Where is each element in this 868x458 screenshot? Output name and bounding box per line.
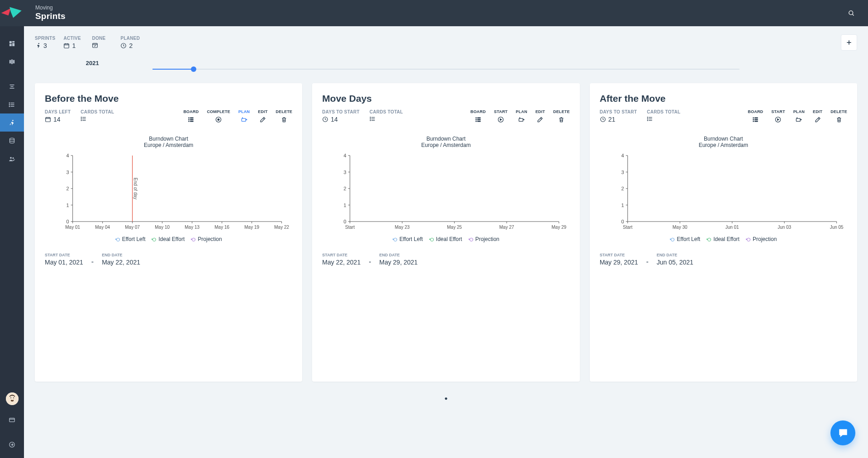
card-action-complete[interactable]: COMPLETE <box>207 109 230 123</box>
svg-point-18 <box>12 120 14 121</box>
card-action-delete[interactable]: DELETE <box>830 109 847 123</box>
card-action-board[interactable]: BOARD <box>748 109 763 123</box>
sprint-card: Before the Move DAYS LEFT 14 CARDS TOTAL… <box>35 83 302 382</box>
svg-rect-134 <box>753 119 754 120</box>
chart-legend: Effort Left Ideal Effort Projection <box>600 236 847 242</box>
svg-rect-40 <box>46 118 51 122</box>
sidebar <box>0 26 24 458</box>
svg-text:May 07: May 07 <box>125 225 140 230</box>
breadcrumb-parent[interactable]: Moving <box>35 5 844 10</box>
svg-point-95 <box>370 120 370 121</box>
timeline-year-label: 2021 <box>86 60 99 66</box>
add-sprint-button[interactable] <box>841 34 857 51</box>
card-action-plan[interactable]: PLAN <box>238 109 250 123</box>
card-action-plan[interactable]: PLAN <box>793 109 805 123</box>
sidebar-item-billing[interactable] <box>0 411 24 429</box>
svg-text:May 30: May 30 <box>672 225 687 230</box>
svg-text:3: 3 <box>344 170 346 175</box>
svg-point-26 <box>13 397 14 398</box>
stat-sprints: SPRINTS 3 <box>35 36 55 49</box>
clock-icon <box>120 42 127 49</box>
svg-text:Start: Start <box>345 225 355 230</box>
svg-point-132 <box>647 120 648 121</box>
stat-done: DONE <box>92 36 112 49</box>
card-action-edit[interactable]: EDIT <box>813 109 822 123</box>
svg-text:Jun 01: Jun 01 <box>725 225 739 230</box>
svg-rect-140 <box>797 118 801 121</box>
calendar-icon <box>63 42 70 49</box>
svg-text:May 27: May 27 <box>499 225 514 230</box>
svg-point-15 <box>9 103 9 103</box>
svg-text:May 13: May 13 <box>185 225 199 230</box>
svg-text:May 22: May 22 <box>274 225 289 230</box>
svg-rect-6 <box>9 60 11 63</box>
svg-rect-5 <box>9 44 12 46</box>
date-range: START DATE May 01, 2021 - END DATE May 2… <box>45 252 292 266</box>
card-action-edit[interactable]: EDIT <box>536 109 545 123</box>
svg-text:End of day: End of day <box>133 178 138 199</box>
sidebar-item-dashboard[interactable] <box>0 34 24 52</box>
card-actions: BOARDCOMPLETEPLANEDITDELETE <box>183 109 292 123</box>
svg-text:1: 1 <box>66 203 69 208</box>
svg-rect-103 <box>519 118 523 121</box>
card-action-board[interactable]: BOARD <box>470 109 486 123</box>
timeline[interactable]: 2021 <box>35 69 857 70</box>
stat-days: DAYS TO START 21 <box>600 109 637 123</box>
svg-text:Jun 05: Jun 05 <box>830 225 843 230</box>
logo[interactable] <box>0 2 24 24</box>
svg-text:May 29: May 29 <box>552 225 567 230</box>
svg-rect-58 <box>242 118 246 121</box>
svg-text:4: 4 <box>621 153 624 158</box>
svg-text:4: 4 <box>66 153 69 158</box>
pagination-dots: ● <box>35 395 857 401</box>
sidebar-item-team[interactable] <box>0 150 24 168</box>
sidebar-bottom <box>0 387 24 458</box>
stat-cards-total: CARDS TOTAL <box>647 109 680 123</box>
svg-rect-99 <box>477 118 481 119</box>
svg-point-48 <box>81 118 82 119</box>
svg-point-30 <box>38 43 39 44</box>
stat-active: ACTIVE 1 <box>63 36 84 49</box>
svg-text:May 04: May 04 <box>95 225 110 230</box>
avatar[interactable] <box>6 392 19 405</box>
chat-fab[interactable] <box>830 420 855 445</box>
sidebar-item-database[interactable] <box>0 132 24 150</box>
sidebar-item-logout[interactable] <box>0 435 24 453</box>
sidebar-item-sprints[interactable] <box>0 113 24 132</box>
svg-text:2: 2 <box>344 186 346 191</box>
card-action-start[interactable]: START <box>771 109 785 123</box>
svg-rect-4 <box>12 43 14 46</box>
svg-rect-27 <box>9 418 14 421</box>
list-icon <box>370 116 376 122</box>
svg-text:2: 2 <box>621 186 624 191</box>
svg-point-47 <box>81 117 82 118</box>
card-action-start[interactable]: START <box>494 109 508 123</box>
card-action-delete[interactable]: DELETE <box>553 109 570 123</box>
sidebar-item-boards[interactable] <box>0 52 24 71</box>
svg-point-16 <box>9 104 9 104</box>
svg-rect-55 <box>190 121 194 122</box>
running-icon <box>35 42 41 49</box>
svg-rect-7 <box>11 59 13 64</box>
search-button[interactable] <box>844 5 859 21</box>
svg-text:Jun 03: Jun 03 <box>778 225 791 230</box>
svg-text:1: 1 <box>621 203 624 208</box>
sidebar-item-list[interactable] <box>0 95 24 113</box>
svg-point-130 <box>647 117 648 118</box>
card-action-board[interactable]: BOARD <box>183 109 199 123</box>
svg-text:0: 0 <box>621 219 624 224</box>
cards-row: Before the Move DAYS LEFT 14 CARDS TOTAL… <box>35 83 857 382</box>
svg-text:May 19: May 19 <box>244 225 259 230</box>
svg-text:May 01: May 01 <box>65 225 80 230</box>
sidebar-item-nav1[interactable] <box>0 77 24 95</box>
svg-point-19 <box>10 138 14 140</box>
svg-rect-138 <box>754 121 758 122</box>
card-action-edit[interactable]: EDIT <box>258 109 267 123</box>
svg-rect-8 <box>13 60 14 63</box>
card-action-delete[interactable]: DELETE <box>276 109 293 123</box>
svg-point-25 <box>10 397 11 398</box>
svg-rect-31 <box>64 44 69 48</box>
card-action-plan[interactable]: PLAN <box>516 109 527 123</box>
svg-rect-97 <box>475 119 477 120</box>
chart-legend: Effort Left Ideal Effort Projection <box>322 236 569 242</box>
